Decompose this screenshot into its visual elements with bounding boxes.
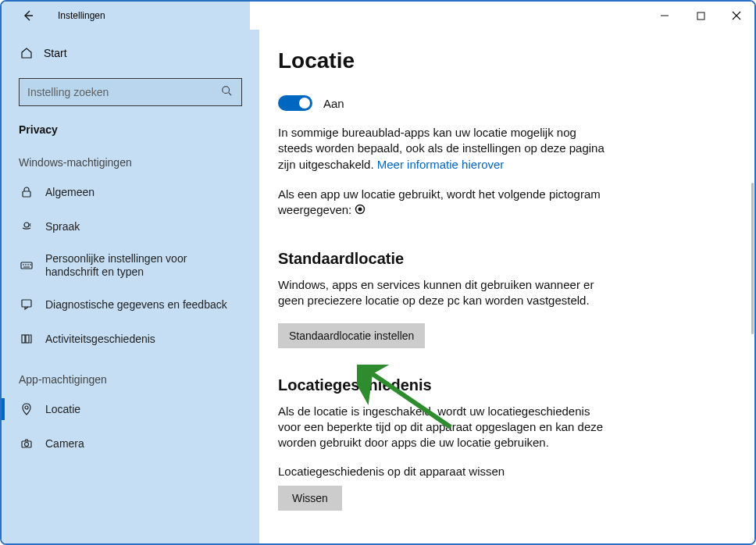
svg-rect-4: [21, 262, 32, 269]
more-info-link[interactable]: Meer informatie hierover: [377, 158, 505, 171]
svg-rect-5: [22, 300, 31, 307]
sidebar-item-label: Locatie: [45, 403, 80, 416]
sidebar-item-label: Activiteitsgeschiedenis: [45, 333, 155, 346]
speech-icon: [19, 220, 34, 233]
sidebar-item-inking[interactable]: Persoonlijke instellingen voor handschri…: [2, 244, 259, 287]
sidebar-item-location[interactable]: Locatie: [2, 392, 259, 426]
svg-rect-2: [23, 191, 30, 197]
scrollbar[interactable]: [750, 30, 754, 540]
svg-point-3: [24, 223, 29, 227]
toggle-knob: [299, 98, 310, 109]
home-button[interactable]: Start: [2, 34, 259, 72]
sidebar: Start Privacy Windows-machtigingen Algem…: [2, 30, 259, 543]
svg-rect-6: [22, 335, 25, 343]
sidebar-item-speech[interactable]: Spraak: [2, 209, 259, 244]
titlebar: Instellingen: [2, 2, 754, 30]
sidebar-item-label: Persoonlijke instellingen voor handschri…: [45, 252, 241, 279]
minimize-icon: [660, 11, 669, 20]
clear-history-button[interactable]: Wissen: [278, 486, 342, 511]
svg-point-10: [25, 443, 29, 447]
home-label: Start: [44, 47, 67, 59]
lock-icon: [19, 186, 34, 198]
svg-rect-7: [26, 335, 29, 343]
group-windows-permissions: Windows-machtigingen: [2, 139, 259, 175]
maximize-icon: [697, 12, 705, 20]
privacy-heading: Privacy: [2, 116, 259, 139]
location-icon: [19, 403, 34, 415]
sidebar-item-activity[interactable]: Activiteitsgeschiedenis: [2, 322, 259, 356]
clear-history-label: Locatiegeschiedenis op dit apparaat wiss…: [278, 465, 733, 478]
window-title: Instellingen: [58, 10, 105, 21]
svg-point-1: [223, 87, 230, 94]
group-app-permissions: App-machtigingen: [2, 356, 259, 392]
close-icon: [732, 11, 741, 20]
sidebar-item-label: Camera: [45, 437, 84, 451]
settings-window: Instellingen Start Privacy Windows-macht…: [2, 2, 754, 543]
desktop-apps-note: In sommige bureaublad-apps kan uw locati…: [278, 125, 606, 173]
minimize-button[interactable]: [647, 2, 683, 30]
maximize-button[interactable]: [683, 2, 719, 30]
location-history-heading: Locatiegeschiedenis: [278, 376, 733, 394]
default-location-desc: Windows, apps en services kunnen dit geb…: [278, 277, 606, 309]
location-indicator-icon: [355, 203, 366, 219]
sidebar-item-label: Spraak: [45, 220, 80, 233]
svg-point-8: [25, 406, 28, 409]
location-toggle-row: Aan: [278, 95, 733, 111]
sidebar-item-label: Algemeen: [45, 186, 94, 199]
arrow-left-icon: [22, 9, 34, 22]
scrollbar-thumb[interactable]: [751, 183, 754, 334]
svg-point-12: [358, 207, 362, 211]
default-location-heading: Standaardlocatie: [278, 250, 733, 268]
search-input[interactable]: [27, 86, 221, 98]
search-icon: [221, 85, 234, 99]
search-wrap: [2, 72, 259, 116]
feedback-icon: [19, 298, 34, 311]
sidebar-item-camera[interactable]: Camera: [2, 426, 259, 461]
window-controls: [647, 2, 754, 30]
note-text: Als een app uw locatie gebruikt, wordt h…: [278, 187, 601, 216]
back-button[interactable]: [20, 8, 36, 23]
location-toggle[interactable]: [278, 95, 312, 111]
content-area: Start Privacy Windows-machtigingen Algem…: [2, 30, 754, 543]
page-title: Locatie: [278, 48, 733, 73]
location-history-desc: Als de locatie is ingeschakeld, wordt uw…: [278, 404, 606, 451]
camera-icon: [19, 437, 34, 450]
sidebar-item-diagnostics[interactable]: Diagnostische gegevens en feedback: [2, 287, 259, 322]
titlebar-left: Instellingen: [2, 2, 259, 30]
toggle-label: Aan: [323, 97, 344, 110]
location-usage-note: Als een app uw locatie gebruikt, wordt h…: [278, 187, 606, 219]
typing-icon: [19, 259, 34, 272]
set-default-location-button[interactable]: Standaardlocatie instellen: [278, 323, 425, 348]
main-panel: Locatie Aan In sommige bureaublad-apps k…: [259, 30, 754, 543]
history-icon: [19, 333, 34, 345]
search-box[interactable]: [19, 78, 242, 106]
close-button[interactable]: [719, 2, 754, 30]
sidebar-item-label: Diagnostische gegevens en feedback: [45, 298, 227, 312]
sidebar-item-general[interactable]: Algemeen: [2, 175, 259, 209]
svg-rect-0: [697, 12, 704, 20]
home-icon: [19, 47, 34, 59]
